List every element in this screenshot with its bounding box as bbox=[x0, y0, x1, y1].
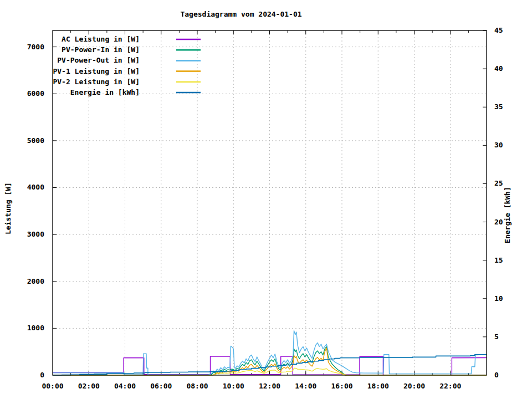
x-tick-label: 02:00 bbox=[78, 382, 100, 390]
right-tick-label: 45 bbox=[494, 26, 503, 34]
plot-area: 0100020003000400050006000700005101520253… bbox=[0, 0, 532, 399]
right-tick-label: 25 bbox=[494, 179, 503, 187]
right-tick-label: 40 bbox=[494, 64, 503, 73]
legend-label: PV-2 Leistung in [W] bbox=[53, 78, 140, 86]
x-tick-label: 12:00 bbox=[259, 382, 280, 390]
right-tick-label: 15 bbox=[494, 256, 503, 264]
left-tick-label: 2000 bbox=[27, 277, 44, 285]
right-tick-label: 10 bbox=[494, 294, 503, 303]
x-tick-label: 14:00 bbox=[295, 382, 316, 390]
left-tick-label: 7000 bbox=[27, 43, 44, 51]
x-tick-label: 20:00 bbox=[403, 382, 425, 390]
left-tick-label: 5000 bbox=[27, 136, 44, 145]
left-tick-label: 3000 bbox=[27, 230, 44, 238]
legend-label: AC Leistung in [W] bbox=[62, 35, 140, 43]
legend-label: PV-Power-Out in [W] bbox=[57, 56, 140, 64]
left-tick-label: 4000 bbox=[27, 183, 44, 191]
x-tick-label: 08:00 bbox=[186, 382, 208, 390]
left-axis-title: Leistung [W] bbox=[4, 147, 13, 269]
legend-entry: Energie in [kWh] bbox=[70, 88, 201, 96]
legend-entry: PV-2 Leistung in [W] bbox=[53, 78, 201, 86]
x-tick-label: 10:00 bbox=[223, 382, 244, 390]
right-tick-label: 30 bbox=[494, 141, 503, 149]
left-tick-label: 6000 bbox=[27, 89, 44, 98]
legend-label: PV-1 Leistung in [W] bbox=[53, 67, 140, 75]
x-tick-label: 00:00 bbox=[42, 382, 63, 390]
x-tick-label: 04:00 bbox=[114, 382, 136, 390]
legend-label: Energie in [kWh] bbox=[70, 88, 140, 96]
chart-canvas: 0100020003000400050006000700005101520253… bbox=[0, 0, 532, 399]
x-tick-label: 22:00 bbox=[439, 382, 461, 390]
right-tick-label: 35 bbox=[494, 103, 503, 111]
right-tick-label: 5 bbox=[494, 332, 499, 341]
legend-entry: AC Leistung in [W] bbox=[62, 35, 201, 43]
left-tick-label: 0 bbox=[40, 371, 44, 379]
legend: AC Leistung in [W]PV-Power-In in [W]PV-P… bbox=[53, 35, 201, 96]
x-tick-label: 06:00 bbox=[150, 382, 172, 390]
right-axis-title: Energie [kWh] bbox=[503, 154, 512, 276]
x-tick-label: 18:00 bbox=[367, 382, 389, 390]
right-tick-label: 20 bbox=[494, 218, 503, 226]
chart-title: Tagesdiagramm vom 2024-01-01 bbox=[0, 10, 482, 18]
left-tick-label: 1000 bbox=[27, 324, 44, 332]
right-tick-label: 0 bbox=[494, 371, 499, 379]
legend-entry: PV-Power-Out in [W] bbox=[57, 56, 201, 64]
x-tick-label: 16:00 bbox=[331, 382, 352, 390]
legend-label: PV-Power-In in [W] bbox=[62, 45, 140, 54]
legend-entry: PV-1 Leistung in [W] bbox=[53, 67, 201, 75]
